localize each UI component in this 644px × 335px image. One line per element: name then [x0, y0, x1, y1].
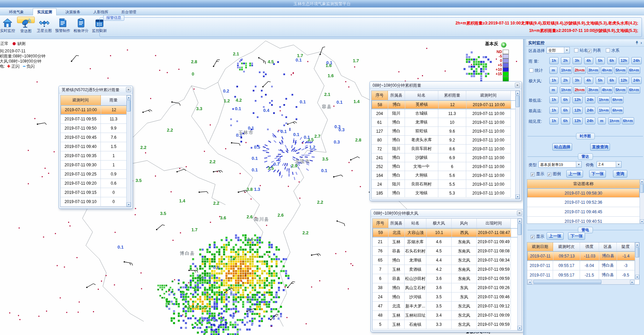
period-button-12h[interactable]: 12h — [572, 117, 583, 124]
checkbox-box[interactable] — [606, 48, 610, 52]
vertical-scrollbar[interactable]: ▲▼ — [517, 219, 522, 330]
column-header[interactable]: 出现时间 — [477, 219, 511, 228]
period-button-6h[interactable]: 6h — [561, 96, 570, 103]
table-row[interactable]: 185博白文地镇5.32019-07-11 10:00 — [372, 189, 520, 198]
table-row[interactable]: 7玉林卖酒镇4.2东南风2019-07-11 09:59 — [373, 265, 522, 274]
column-header[interactable]: 所属县 — [388, 91, 405, 100]
period-button-3h+m[interactable]: 3h+m — [587, 86, 599, 94]
table-row[interactable]: 2019-07-11 09:509.9 — [61, 124, 131, 133]
close-icon[interactable]: ✕ — [517, 211, 522, 216]
period-button-5h[interactable]: 5h — [596, 57, 605, 64]
scrollbar-thumb[interactable] — [127, 100, 131, 112]
radar-list-item[interactable]: 2019-07-11 09:52:36 — [527, 198, 640, 207]
period-button-1h[interactable]: 1h — [549, 117, 559, 124]
period-button-m[interactable]: m — [549, 86, 557, 94]
table-row[interactable]: 204陆川古城镇11.32019-07-11 10:00 — [372, 109, 520, 118]
scroll-down-icon[interactable]: ▼ — [635, 275, 639, 279]
table-row[interactable]: 2019-07-11 09:250.9 — [61, 170, 131, 179]
scrollbar-thumb[interactable] — [516, 96, 520, 107]
scroll-down-icon[interactable]: ▼ — [127, 202, 131, 207]
checkbox-显示[interactable]: ✓显示 — [531, 171, 544, 177]
horizontal-scrollbar[interactable]: ◄► — [527, 279, 635, 284]
period-button-24h[interactable]: 24h — [631, 57, 642, 64]
table-row[interactable]: 164博白大垌镇5.62019-07-11 10:00 — [372, 171, 520, 180]
period-button-12h[interactable]: 12h — [619, 57, 629, 64]
tab-后台管理[interactable]: 后台管理 — [117, 9, 140, 16]
scroll-up-icon[interactable]: ▲ — [518, 219, 522, 223]
table-row[interactable]: 2019-07-11 09:351 — [61, 151, 131, 161]
scrollbar-thumb[interactable] — [635, 247, 639, 257]
period-button-1h+m[interactable]: 1h+m — [598, 96, 610, 103]
add-layer-button[interactable]: + — [501, 42, 506, 48]
popup-title-bar[interactable]: 08时~10时00分钟累积雨量✕ — [370, 82, 521, 89]
table-row[interactable]: 80博白老虎头水库9.22019-07-11 10:00 — [372, 136, 520, 145]
column-header[interactable]: 观测日期 — [527, 242, 553, 251]
scroll-down-icon[interactable]: ▼ — [516, 195, 520, 199]
period-button-5h[interactable]: 5h — [596, 77, 605, 84]
tab-决策服务[interactable]: 决策服务 — [61, 9, 84, 16]
pin-icon[interactable]: 🖈 › — [635, 39, 642, 47]
period-button-24h[interactable]: 24h — [585, 96, 595, 103]
table-row[interactable]: 72陆川良田车田村8.62019-07-11 10:00 — [372, 145, 520, 153]
period-button-1h+m[interactable]: 1h+m — [608, 117, 621, 124]
button-上一张[interactable]: 上一张 — [547, 232, 564, 240]
column-header[interactable]: 所属县 — [388, 219, 405, 228]
table-row[interactable]: 76容县石头石剑村4.5东南风2019-07-11 08:08 — [373, 247, 522, 256]
period-button-1h+m[interactable]: 1h+m — [560, 67, 572, 74]
column-header[interactable]: 累积雨量 — [438, 91, 466, 100]
tab-人影指挥[interactable]: 人影指挥 — [89, 9, 112, 16]
period-button-24h[interactable]: 24h — [631, 77, 642, 84]
period-button-4h+m[interactable]: 4h+m — [601, 67, 613, 74]
table-row[interactable]: 38博白凤山立石村3.6东风2019-07-11 09:26 — [373, 283, 522, 292]
period-button-4h[interactable]: 4h — [584, 57, 593, 64]
column-header[interactable]: 区县 — [599, 242, 617, 251]
table-row[interactable]: 2019-07-11 09:301 — [61, 161, 131, 170]
radar-elev-select[interactable]: 2.4▼ — [597, 161, 622, 168]
radar-list-item[interactable]: 2019-07-11 09:58:30 — [527, 188, 640, 198]
scroll-down-icon[interactable]: ▼ — [518, 326, 522, 330]
period-button-1h[interactable]: 1h — [549, 57, 559, 64]
checkbox-box[interactable]: ✓ — [547, 172, 551, 177]
period-button-1h+m[interactable]: 1h+m — [598, 107, 610, 114]
period-button-5h+m[interactable]: 5h+m — [614, 67, 627, 74]
checkbox-统计[interactable]: 统计 — [529, 68, 543, 73]
period-button-2h+m[interactable]: 2h+m — [574, 67, 586, 74]
scroll-right-icon[interactable]: ► — [630, 280, 634, 284]
column-header[interactable]: 雨量 — [101, 95, 127, 105]
column-header[interactable]: 风向 — [452, 219, 477, 228]
period-button-6h[interactable]: 6h — [607, 57, 616, 64]
checkbox-显示[interactable]: ✓显示 — [531, 234, 544, 239]
period-button-6h[interactable]: 6h — [561, 107, 570, 114]
period-button-1h+m[interactable]: 1h+m — [560, 86, 572, 94]
button-下一张[interactable]: 下一张 — [568, 232, 585, 240]
table-row[interactable]: 24陆川良田石垌村5.52019-07-11 10:00 — [372, 180, 520, 189]
period-button-2h+m[interactable]: 2h+m — [574, 86, 586, 94]
table-row[interactable]: 252博白文地一中62019-07-11 10:00 — [372, 162, 520, 171]
period-button-3h[interactable]: 3h — [572, 77, 582, 84]
period-button-12h[interactable]: 12h — [619, 77, 629, 84]
button-上一张[interactable]: 上一张 — [566, 170, 583, 178]
period-button-6h+m[interactable]: 6h+m — [628, 67, 640, 74]
period-button-4h+m[interactable]: 4h+m — [601, 86, 613, 94]
period-button-2h[interactable]: 2h — [561, 77, 570, 84]
table-row[interactable]: 21玉林苏烟水库4.6东南风2019-07-11 09:49 — [373, 237, 522, 247]
checkbox-box[interactable]: ✓ — [587, 49, 592, 53]
toolbar-button-预警制作[interactable]: 预警制作 — [54, 17, 72, 37]
checkbox-box[interactable]: ✓ — [531, 235, 535, 239]
table-row[interactable]: 58博白英桥镇122019-07-11 10:00 — [372, 100, 520, 109]
period-button-6h+m[interactable]: 6h+m — [622, 117, 634, 124]
scroll-up-icon[interactable]: ▲ — [635, 242, 639, 247]
table-row[interactable]: 2019-07-1109:55:17-8.04博白县-3 — [527, 261, 639, 270]
table-row[interactable]: 2019-07-1109:57:13-11.03博白县-1.4 — [527, 251, 639, 261]
column-header[interactable]: 强度 — [580, 242, 599, 251]
table-row[interactable]: 127博白双旺镇9.62019-07-11 10:00 — [372, 127, 520, 136]
column-header[interactable]: 站名 — [405, 91, 438, 100]
radar-list-item[interactable]: 2019-07-11 09:40:51 — [527, 217, 640, 224]
table-row[interactable]: 2019-07-11 09:5511.3 — [61, 115, 131, 124]
period-button-24h[interactable]: 24h — [585, 117, 595, 124]
table-row[interactable]: 24博白沙河镇3.5东风2019-07-11 09:46 — [373, 292, 522, 302]
toolbar-button-检验评分[interactable]: 检验评分 — [72, 17, 90, 37]
table-row[interactable]: 2019-07-11 09:401.5 — [61, 142, 131, 151]
scrollbar-thumb[interactable] — [533, 280, 601, 284]
vertical-scrollbar[interactable]: ▲▼ — [126, 95, 131, 207]
